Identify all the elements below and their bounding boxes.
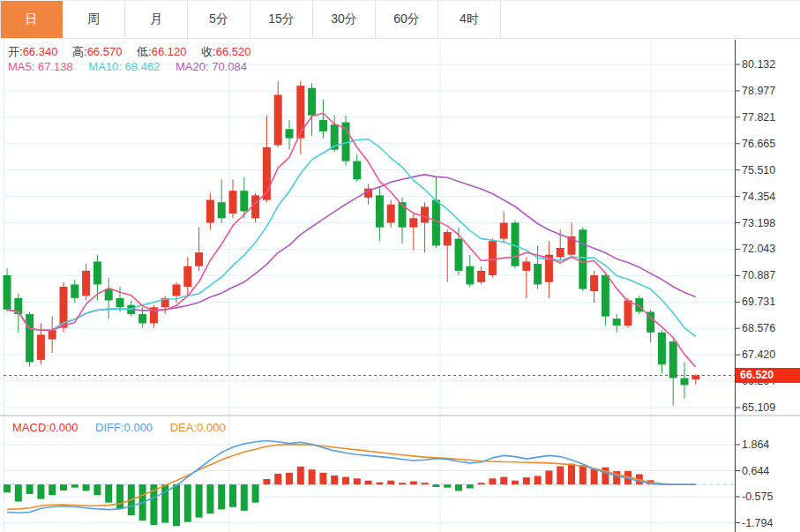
price-tick-label: 78.977 [742, 85, 775, 97]
macd-tick-label: 0.644 [742, 465, 769, 477]
low-value: 66.120 [152, 45, 187, 58]
price-tick-label: 73.198 [742, 217, 775, 229]
price-tick-label: 68.576 [742, 322, 775, 334]
ma-readout: MA5: 67.138 MA10: 68.462 MA20: 70.084 [8, 60, 259, 73]
open-label: 开: [8, 45, 23, 58]
dea-value: DEA:0.000 [170, 421, 226, 434]
macd-readout: MACD:0.000 DIFF:0.000 DEA:0.000 [12, 421, 240, 434]
tab-4时[interactable]: 4时 [438, 1, 501, 38]
macd-tick-label: -1.794 [742, 517, 773, 529]
price-tick-label: 65.109 [742, 401, 775, 414]
current-price-tag: 66.520 [736, 368, 800, 383]
ma20-readout: MA20: 70.084 [176, 60, 247, 73]
price-tick-label: 69.731 [742, 296, 775, 308]
tab-60分[interactable]: 60分 [376, 1, 438, 38]
tab-月[interactable]: 月 [125, 1, 188, 38]
macd-value: MACD:0.000 [12, 421, 78, 434]
open-value: 66.340 [23, 45, 58, 58]
tab-周[interactable]: 周 [63, 1, 125, 38]
price-tick-label: 75.510 [742, 164, 775, 176]
price-tick-label: 67.420 [742, 348, 775, 361]
macd-tick-label: -0.575 [742, 491, 773, 503]
high-value: 66.570 [87, 45, 123, 58]
tab-5分[interactable]: 5分 [188, 1, 250, 38]
price-tick-label: 70.887 [742, 269, 775, 281]
kline-chart-app: 日周月5分15分30分60分4时 开:66.340 高:66.570 低:66.… [0, 0, 800, 532]
tab-日[interactable]: 日 [0, 1, 63, 38]
chart-canvas[interactable] [0, 0, 800, 532]
tab-15分[interactable]: 15分 [250, 1, 313, 38]
ma5-readout: MA5: 67.138 [8, 60, 73, 73]
macd-tick-label: 1.864 [742, 438, 769, 451]
price-tick-label: 77.821 [742, 111, 775, 124]
high-label: 高: [72, 45, 87, 58]
price-tick-label: 76.665 [742, 138, 775, 150]
ma10-readout: MA10: 68.462 [88, 60, 160, 73]
period-tabbar: 日周月5分15分30分60分4时 [0, 0, 800, 39]
tab-30分[interactable]: 30分 [313, 1, 376, 38]
ohlc-readout: 开:66.340 高:66.570 低:66.120 收:66.520 [8, 44, 262, 60]
low-label: 低: [137, 45, 152, 58]
diff-value: DIFF:0.000 [95, 421, 153, 434]
price-tick-label: 80.132 [742, 58, 775, 71]
close-label: 收: [201, 45, 216, 58]
price-tick-label: 74.354 [742, 191, 775, 203]
close-value: 66.520 [216, 45, 251, 58]
price-tick-label: 72.043 [742, 243, 775, 255]
